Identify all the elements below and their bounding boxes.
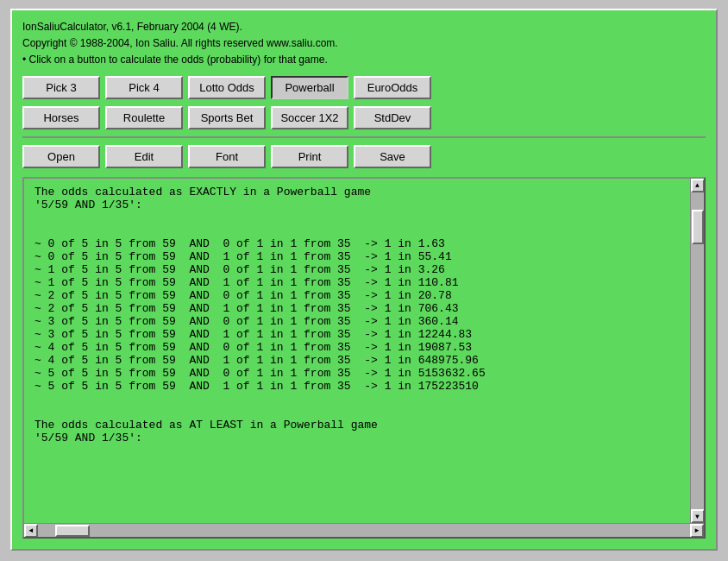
scroll-down-button[interactable]: ▼ bbox=[691, 509, 705, 523]
scrollbar-h-thumb[interactable] bbox=[55, 525, 90, 537]
powerball-button[interactable]: Powerball bbox=[271, 76, 348, 99]
scrollbar-vertical[interactable]: ▲ ▼ bbox=[690, 179, 704, 523]
output-wrapper: The odds calculated as EXACTLY in a Powe… bbox=[22, 177, 706, 539]
button-row-1: Pick 3Pick 4Lotto OddsPowerballEuroOdds bbox=[19, 74, 709, 101]
stddev-button[interactable]: StdDev bbox=[354, 106, 431, 129]
output-text: The odds calculated as EXACTLY in a Powe… bbox=[24, 179, 690, 523]
scroll-right-button[interactable]: ► bbox=[690, 524, 704, 538]
button-row-3: OpenEditFontPrintSave bbox=[19, 143, 709, 170]
scrollbar-v-track[interactable] bbox=[691, 192, 704, 509]
soccer-button[interactable]: Soccer 1X2 bbox=[271, 106, 348, 129]
save-button[interactable]: Save bbox=[354, 145, 431, 168]
open-button[interactable]: Open bbox=[22, 145, 100, 168]
font-button[interactable]: Font bbox=[188, 145, 266, 168]
roulette-button[interactable]: Roulette bbox=[105, 106, 183, 129]
print-button[interactable]: Print bbox=[271, 145, 348, 168]
scroll-left-button[interactable]: ◄ bbox=[24, 524, 38, 538]
scrollbar-horizontal[interactable]: ◄ ► bbox=[24, 523, 704, 537]
pick4-button[interactable]: Pick 4 bbox=[105, 76, 183, 99]
button-row-2: HorsesRouletteSports BetSoccer 1X2StdDev bbox=[19, 104, 709, 131]
divider-1 bbox=[22, 136, 706, 138]
output-inner: The odds calculated as EXACTLY in a Powe… bbox=[24, 179, 704, 523]
horses-button[interactable]: Horses bbox=[22, 106, 100, 129]
main-window: IonSaliuCalculator, v6.1, February 2004 … bbox=[10, 9, 718, 551]
title-bar: IonSaliuCalculator, v6.1, February 2004 … bbox=[19, 17, 709, 71]
scrollbar-h-track[interactable] bbox=[38, 524, 690, 537]
scroll-up-button[interactable]: ▲ bbox=[691, 179, 705, 192]
lotto-odds-button[interactable]: Lotto Odds bbox=[188, 76, 266, 99]
title-line1: IonSaliuCalculator, v6.1, February 2004 … bbox=[22, 19, 706, 35]
title-line3: • Click on a button to calculate the odd… bbox=[22, 52, 706, 68]
title-line2: Copyright © 1988-2004, Ion Saliu. All ri… bbox=[22, 35, 706, 52]
scrollbar-v-thumb[interactable] bbox=[692, 210, 704, 244]
edit-button[interactable]: Edit bbox=[105, 145, 183, 168]
euroodds-button[interactable]: EuroOdds bbox=[354, 76, 431, 99]
pick3-button[interactable]: Pick 3 bbox=[22, 76, 100, 99]
sports-bet-button[interactable]: Sports Bet bbox=[188, 106, 266, 129]
